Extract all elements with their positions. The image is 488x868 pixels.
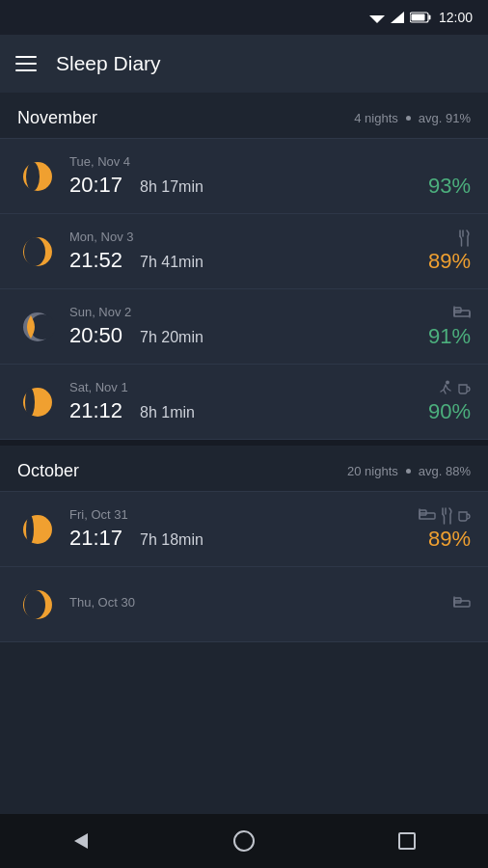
moon-icon-svg	[21, 160, 54, 193]
moon-oct30	[17, 584, 58, 625]
content-area: November 4 nights avg. 91% Tue, Nov 4 20…	[0, 93, 488, 814]
entry-nov3-duration: 7h 41min	[140, 254, 203, 271]
svg-point-8	[24, 237, 45, 266]
entry-nov1-row: 21:12 8h 1min	[69, 398, 428, 423]
hamburger-line-3	[15, 69, 37, 71]
coffee-icon	[457, 507, 471, 523]
entry-nov1-date: Sat, Nov 1	[69, 380, 428, 394]
entry-nov1-right: 90%	[428, 380, 471, 424]
coffee-icon	[457, 380, 471, 395]
entry-nov3-date: Mon, Nov 3	[69, 230, 428, 244]
entry-nov3[interactable]: Mon, Nov 3 21:52 7h 41min 89%	[0, 214, 488, 289]
svg-point-21	[26, 515, 34, 544]
moon-oct31	[17, 509, 58, 550]
svg-rect-4	[411, 14, 424, 21]
entry-nov3-left: Mon, Nov 3 21:52 7h 41min	[69, 230, 428, 273]
hamburger-line-2	[15, 63, 37, 65]
signal-icon	[391, 12, 404, 23]
entry-nov2-row: 20:50 7h 20min	[69, 323, 428, 348]
entry-nov3-icons	[457, 230, 471, 247]
wifi-icon	[369, 12, 385, 23]
entry-nov2-time: 20:50	[69, 323, 122, 348]
bed-icon	[453, 305, 471, 318]
entry-nov4-left: Tue, Nov 4 20:17 8h 17min	[69, 154, 428, 198]
entry-oct31-score: 89%	[428, 527, 471, 552]
entry-nov2[interactable]: Sun, Nov 2 20:50 7h 20min 91%	[0, 289, 488, 365]
entry-oct30-icons	[453, 595, 471, 612]
back-button[interactable]	[52, 822, 110, 860]
entry-oct31-row: 21:17 7h 18min	[69, 526, 419, 551]
moon-icon-svg	[21, 235, 54, 268]
november-section-header: November 4 nights avg. 91%	[0, 93, 488, 138]
entry-nov2-left: Sun, Nov 2 20:50 7h 20min	[69, 305, 428, 348]
status-bar: 12:00	[0, 0, 488, 35]
entry-nov1-duration: 8h 1min	[140, 404, 195, 421]
entry-oct31-icons	[419, 507, 471, 525]
october-label: October	[17, 461, 79, 481]
november-avg: avg. 91%	[419, 111, 471, 125]
october-avg: avg. 88%	[419, 464, 471, 478]
entry-nov3-right: 89%	[428, 230, 471, 274]
entry-oct31-right: 89%	[419, 507, 471, 552]
entry-nov2-duration: 7h 20min	[140, 329, 203, 346]
bed-icon	[453, 595, 471, 609]
entry-nov4-score: 93%	[428, 174, 471, 199]
app-title: Sleep Diary	[56, 52, 161, 75]
recent-button[interactable]	[378, 822, 436, 860]
back-icon	[70, 830, 92, 852]
battery-icon	[410, 12, 431, 23]
entry-nov3-time: 21:52	[69, 248, 122, 273]
entry-nov1-score: 90%	[428, 399, 471, 424]
svg-rect-3	[428, 15, 430, 20]
svg-marker-32	[74, 833, 88, 849]
svg-rect-13	[454, 311, 470, 316]
status-icons	[369, 12, 431, 23]
entry-nov2-right: 91%	[428, 305, 471, 349]
entry-nov4-time: 20:17	[69, 173, 122, 198]
fork-knife-icon	[457, 230, 471, 247]
home-button[interactable]	[215, 822, 273, 860]
entry-nov1-icons	[438, 380, 471, 397]
svg-marker-0	[369, 15, 385, 23]
menu-button[interactable]	[15, 56, 37, 71]
november-nights: 4 nights	[354, 111, 398, 125]
svg-rect-22	[420, 513, 435, 519]
status-time: 12:00	[439, 10, 473, 25]
entry-nov4-date: Tue, Nov 4	[69, 154, 428, 169]
entry-nov1[interactable]: Sat, Nov 1 21:12 8h 1min 90%	[0, 365, 488, 440]
entry-oct31-date: Fri, Oct 31	[69, 507, 419, 522]
bottom-navigation	[0, 814, 488, 868]
svg-point-28	[24, 590, 45, 619]
entry-oct30-right	[453, 595, 471, 614]
moon-nov2	[17, 307, 58, 347]
entry-nov4-right: 93%	[428, 154, 471, 199]
fork-knife-icon	[440, 507, 453, 525]
run-icon	[438, 380, 453, 395]
entry-nov2-date: Sun, Nov 2	[69, 305, 428, 319]
svg-point-6	[26, 162, 40, 191]
svg-marker-1	[391, 12, 404, 23]
moon-icon-svg	[21, 311, 54, 343]
november-label: November	[17, 108, 97, 128]
entry-oct31-duration: 7h 18min	[140, 531, 203, 549]
app-header: Sleep Diary	[0, 35, 488, 93]
recent-icon	[398, 832, 416, 850]
entry-nov4[interactable]: Tue, Nov 4 20:17 8h 17min 93%	[0, 139, 488, 214]
svg-point-18	[25, 388, 35, 417]
moon-icon-svg	[21, 513, 54, 546]
october-nights: 20 nights	[347, 464, 398, 478]
entry-nov1-left: Sat, Nov 1 21:12 8h 1min	[69, 380, 428, 423]
entry-nov2-score: 91%	[428, 324, 471, 349]
svg-rect-29	[454, 601, 470, 607]
moon-icon-svg	[21, 386, 54, 419]
entry-oct30-date: Thu, Oct 30	[69, 595, 453, 610]
entry-nov4-duration: 8h 17min	[140, 178, 203, 196]
entry-oct31[interactable]: Fri, Oct 31 21:17 7h 18min	[0, 492, 488, 567]
entry-nov3-score: 89%	[428, 249, 471, 274]
october-section-header: October 20 nights avg. 88%	[0, 446, 488, 491]
svg-point-19	[446, 380, 449, 384]
entry-oct30-left: Thu, Oct 30	[69, 595, 453, 613]
october-stats: 20 nights avg. 88%	[347, 464, 471, 478]
entry-oct30[interactable]: Thu, Oct 30	[0, 567, 488, 642]
october-dot	[406, 469, 411, 474]
